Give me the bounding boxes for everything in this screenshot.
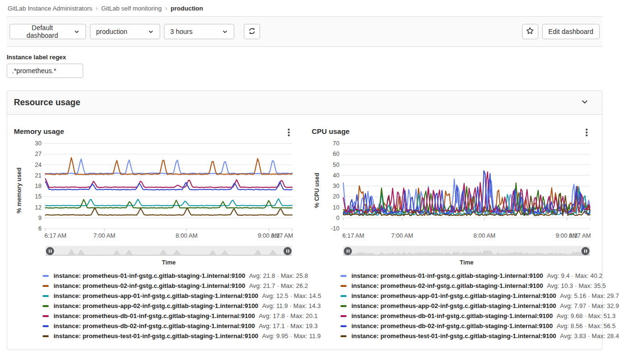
y-tick-label: 30 (35, 140, 42, 147)
legend-row[interactable]: instance: prometheus-app-01-inf-gstg.c.g… (43, 291, 296, 301)
legend-series-name: instance: prometheus-db-02-inf-gstg.c.gi… (351, 322, 553, 330)
legend-row[interactable]: instance: prometheus-02-inf-gstg.c.gitla… (340, 281, 594, 291)
legend-row[interactable]: instance: prometheus-app-02-inf-gstg.c.g… (340, 301, 594, 311)
chart-plot[interactable]: 30272421181512966:17 AM7:00 AM8:00 AM9:0… (26, 140, 296, 244)
legend-swatch-icon (340, 305, 347, 307)
chart-svg: 706050403020100-106:17 AM7:00 AM8:00 AM9… (324, 140, 592, 242)
legend-series-stats: Avg: 21.7 · Max: 26.2 (249, 282, 308, 289)
dashboard-select[interactable]: Default dashboard (10, 24, 86, 39)
panel-collapse-button[interactable] (581, 98, 589, 107)
legend-series-name: instance: prometheus-01-inf-gstg.c.gitla… (54, 272, 245, 279)
dashboard-toolbar: Default dashboard production 3 hours (7, 16, 602, 47)
scrubber-handle-left[interactable] (46, 247, 54, 255)
panel-body: Memory usage % memory used 3027242118151… (7, 115, 602, 350)
scrubber-track[interactable] (45, 246, 292, 256)
y-axis-title: % CPU used (310, 145, 324, 235)
edit-dashboard-label: Edit dashboard (548, 28, 593, 35)
legend-row[interactable]: instance: prometheus-app-02-inf-gstg.c.g… (43, 301, 296, 311)
breadcrumb-link-group[interactable]: GitLab Instance Administrators (8, 5, 92, 12)
kebab-menu-icon[interactable] (284, 127, 294, 138)
legend-series-name: instance: prometheus-db-02-inf-gstg.c.gi… (54, 322, 255, 330)
page: GitLab Instance Administrators › GitLab … (7, 0, 602, 350)
legend-series-stats: Avg: 9.68 · Max: 51.3 (557, 312, 615, 319)
edit-dashboard-button[interactable]: Edit dashboard (542, 24, 600, 39)
environment-select[interactable]: production (90, 24, 160, 39)
chart-legend: instance: prometheus-01-inf-gstg.c.gitla… (43, 271, 296, 341)
legend-row[interactable]: instance: prometheus-db-01-inf-gstg.c.gi… (340, 311, 594, 321)
chevron-down-icon (74, 29, 80, 35)
scrubber-handle-left[interactable] (344, 247, 352, 255)
breadcrumb: GitLab Instance Administrators › GitLab … (7, 0, 602, 16)
legend-row[interactable]: instance: prometheus-app-01-inf-gstg.c.g… (340, 291, 594, 301)
y-axis-title: % memory used (12, 145, 26, 235)
legend-row[interactable]: instance: prometheus-db-02-inf-gstg.c.gi… (340, 321, 594, 331)
scrubber-mini-chart (343, 246, 590, 256)
x-tick-label: 6:17 AM (342, 232, 364, 239)
x-tick-label: 7:00 AM (391, 232, 413, 239)
legend-series-stats: Avg: 3.83 · Max: 28.4 (560, 332, 619, 340)
chart-header: CPU usage (312, 121, 594, 140)
chart-title: Memory usage (14, 127, 64, 135)
y-tick-label: 30 (333, 183, 339, 189)
refresh-icon (248, 27, 256, 36)
legend-swatch-icon (43, 295, 49, 297)
series-line (45, 208, 292, 215)
legend-series-name: instance: prometheus-db-01-inf-gstg.c.gi… (351, 312, 553, 319)
chart-svg: 30272421181512966:17 AM7:00 AM8:00 AM9:0… (26, 140, 294, 242)
legend-series-stats: Avg: 9.4 · Max: 40.2 (547, 272, 602, 279)
panel-header[interactable]: Resource usage (7, 91, 602, 115)
legend-series-stats: Avg: 8.56 · Max: 56.5 (557, 322, 615, 330)
y-tick-label: 40 (333, 172, 339, 179)
y-tick-label: 18 (35, 183, 42, 189)
time-range-select-value: 3 hours (170, 28, 193, 35)
chart-plot[interactable]: 706050403020100-106:17 AM7:00 AM8:00 AM9… (324, 140, 594, 244)
legend-swatch-icon (340, 315, 347, 317)
star-icon (526, 27, 534, 36)
y-tick-label: 50 (333, 162, 339, 168)
legend-swatch-icon (340, 285, 347, 287)
legend-series-stats: Avg: 17.1 · Max: 19.3 (259, 322, 317, 330)
chart-card: CPU usage % CPU used 706050403020100-106… (312, 121, 594, 341)
refresh-button[interactable] (244, 24, 260, 39)
x-tick-label: 8:00 AM (473, 232, 495, 239)
chart-title: CPU usage (312, 127, 349, 135)
legend-row[interactable]: instance: prometheus-01-inf-gstg.c.gitla… (340, 271, 594, 281)
scrubber-track[interactable] (343, 246, 590, 256)
scrubber-mini-chart (45, 246, 292, 256)
legend-row[interactable]: instance: prometheus-db-02-inf-gstg.c.gi… (43, 321, 296, 331)
x-axis-title: Time (45, 259, 292, 266)
resource-usage-panel: Resource usage Memory usage % memory use… (7, 90, 602, 350)
legend-series-name: instance: prometheus-test-01-inf-gstg.c.… (54, 332, 258, 340)
time-range-scrubber[interactable] (45, 246, 292, 256)
chart-header: Memory usage (14, 121, 296, 140)
environment-select-value: production (96, 28, 127, 35)
legend-row[interactable]: instance: prometheus-01-inf-gstg.c.gitla… (43, 271, 296, 281)
legend-row[interactable]: instance: prometheus-test-01-inf-gstg.c.… (340, 331, 594, 341)
legend-row[interactable]: instance: prometheus-02-inf-gstg.c.gitla… (43, 281, 296, 291)
x-axis-title: Time (343, 259, 590, 266)
x-tick-label: 9:17 AM (569, 232, 591, 239)
chart-zone: % memory used 30272421181512966:17 AM7:0… (14, 140, 296, 341)
legend-swatch-icon (43, 315, 49, 317)
chevron-down-icon (222, 29, 228, 35)
x-tick-label: 7:00 AM (93, 232, 115, 239)
scrubber-handle-right[interactable] (581, 247, 589, 255)
legend-row[interactable]: instance: prometheus-db-01-inf-gstg.c.gi… (43, 311, 296, 321)
legend-swatch-icon (43, 305, 49, 307)
legend-row[interactable]: instance: prometheus-test-01-inf-gstg.c.… (43, 331, 296, 341)
instance-label-regex-input[interactable] (7, 64, 83, 78)
star-button[interactable] (522, 24, 538, 39)
y-tick-label: 15 (35, 193, 42, 200)
scrubber-handle-right[interactable] (284, 247, 292, 255)
legend-swatch-icon (340, 335, 347, 337)
series-line (45, 199, 292, 208)
chart-legend: instance: prometheus-01-inf-gstg.c.gitla… (340, 271, 594, 341)
chart-card: Memory usage % memory used 3027242118151… (14, 121, 296, 341)
time-range-scrubber[interactable] (343, 246, 590, 256)
breadcrumb-link-project[interactable]: GitLab self monitoring (101, 5, 162, 12)
time-range-select[interactable]: 3 hours (164, 24, 234, 39)
legend-series-stats: Avg: 7.97 · Max: 32.9 (560, 302, 619, 309)
x-tick-label: 6:17 AM (44, 232, 66, 239)
dashboard-select-value: Default dashboard (16, 24, 69, 39)
kebab-menu-icon[interactable] (581, 127, 592, 138)
